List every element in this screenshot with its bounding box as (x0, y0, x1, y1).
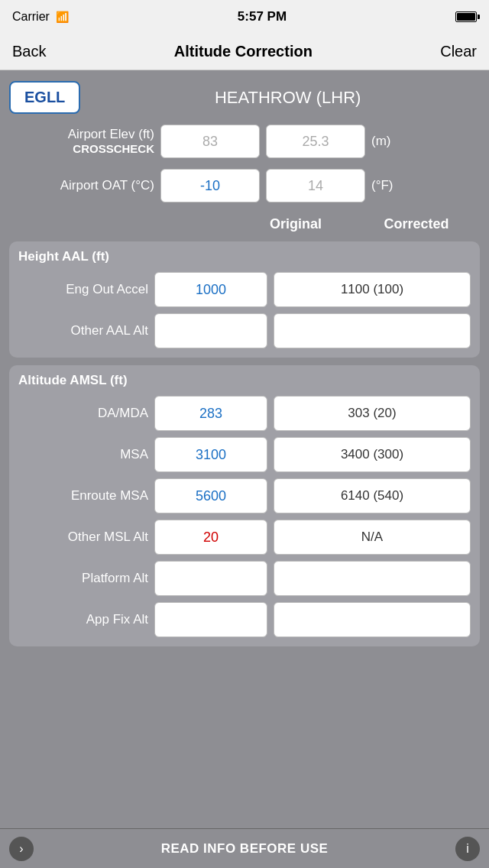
airport-elev-label: Airport Elev (ft) CROSSCHECK (9, 127, 154, 156)
airport-oat-f-field[interactable]: 14 (266, 169, 365, 202)
enroute-msa-corrected: 6140 (540) (274, 478, 471, 513)
height-aal-title: Height AAL (ft) (18, 249, 471, 264)
corrected-col-header: Corrected (359, 216, 474, 232)
nav-bar: Back Altitude Correction Clear (0, 34, 489, 70)
app-fix-alt-original[interactable]: ​ (154, 602, 267, 637)
bottom-bar-text: READ INFO BEFORE USE (161, 841, 329, 857)
eng-out-accel-original[interactable]: 1000 (154, 272, 267, 307)
oat-unit-f: (°F) (371, 178, 402, 193)
app-fix-alt-row: App Fix Alt ​ ​ (18, 602, 471, 637)
msa-corrected: 3400 (300) (274, 437, 471, 472)
status-bar: Carrier 📶 5:57 PM (0, 0, 489, 34)
enroute-msa-row: Enroute MSA 5600 6140 (540) (18, 478, 471, 513)
main-content: EGLL HEATHROW (LHR) Airport Elev (ft) CR… (0, 70, 489, 828)
airport-code-button[interactable]: EGLL (9, 81, 80, 114)
platform-alt-original[interactable]: ​ (154, 561, 267, 596)
msa-original[interactable]: 3100 (154, 437, 267, 472)
platform-alt-corrected: ​ (274, 561, 471, 596)
airport-name: HEATHROW (LHR) (96, 88, 480, 108)
elev-unit-m: (m) (371, 134, 402, 149)
bottom-right-icon[interactable]: i (455, 837, 480, 861)
column-headers: Original Corrected (9, 216, 480, 232)
msa-row: MSA 3100 3400 (300) (18, 437, 471, 472)
battery-icon (455, 11, 477, 22)
clear-button[interactable]: Clear (440, 43, 477, 60)
height-aal-section: Height AAL (ft) Eng Out Accel 1000 1100 … (9, 241, 480, 358)
eng-out-accel-row: Eng Out Accel 1000 1100 (100) (18, 272, 471, 307)
airport-row: EGLL HEATHROW (LHR) (9, 81, 480, 114)
eng-out-accel-corrected: 1100 (100) (274, 272, 471, 307)
other-msl-alt-label: Other MSL Alt (18, 530, 148, 545)
da-mda-label: DA/MDA (18, 406, 148, 421)
enroute-msa-label: Enroute MSA (18, 488, 148, 504)
wifi-icon: 📶 (56, 11, 69, 23)
other-aal-alt-corrected (274, 313, 471, 348)
carrier-label: Carrier (12, 10, 50, 24)
other-aal-alt-original[interactable] (154, 313, 267, 348)
da-mda-original[interactable]: 283 (154, 396, 267, 431)
altitude-amsl-section: Altitude AMSL (ft) DA/MDA 283 303 (20) M… (9, 365, 480, 646)
airport-elev-row: Airport Elev (ft) CROSSCHECK 83 25.3 (m) (9, 125, 480, 158)
original-col-header: Original (238, 216, 353, 232)
altitude-amsl-title: Altitude AMSL (ft) (18, 373, 471, 388)
platform-alt-label: Platform Alt (18, 571, 148, 586)
other-msl-alt-corrected: N/A (274, 520, 471, 555)
bottom-left-icon[interactable]: › (9, 837, 34, 861)
other-aal-alt-label: Other AAL Alt (18, 323, 148, 338)
eng-out-accel-label: Eng Out Accel (18, 282, 148, 297)
other-msl-alt-original[interactable]: 20 (154, 520, 267, 555)
other-msl-alt-row: Other MSL Alt 20 N/A (18, 520, 471, 555)
airport-oat-label: Airport OAT (°C) (9, 178, 154, 193)
airport-elev-ft-field[interactable]: 83 (160, 125, 260, 158)
bottom-bar: › READ INFO BEFORE USE i (0, 828, 489, 868)
page-title: Altitude Correction (174, 43, 313, 60)
airport-elev-m-field[interactable]: 25.3 (266, 125, 365, 158)
app-fix-alt-corrected: ​ (274, 602, 471, 637)
airport-oat-row: Airport OAT (°C) -10 14 (°F) (9, 169, 480, 202)
other-aal-alt-row: Other AAL Alt (18, 313, 471, 348)
platform-alt-row: Platform Alt ​ ​ (18, 561, 471, 596)
app-fix-alt-label: App Fix Alt (18, 612, 148, 627)
status-time: 5:57 PM (238, 9, 287, 24)
back-button[interactable]: Back (12, 43, 46, 60)
enroute-msa-original[interactable]: 5600 (154, 478, 267, 513)
da-mda-corrected: 303 (20) (274, 396, 471, 431)
msa-label: MSA (18, 447, 148, 462)
airport-oat-c-field[interactable]: -10 (160, 169, 260, 202)
da-mda-row: DA/MDA 283 303 (20) (18, 396, 471, 431)
